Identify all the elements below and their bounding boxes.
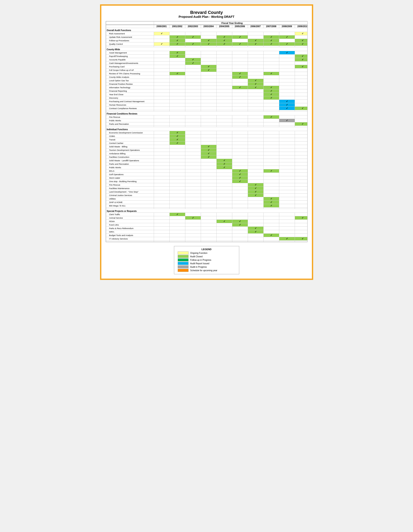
cell-11-4 — [216, 89, 232, 93]
cell-14-2 — [185, 100, 201, 103]
cell-18-6: ✓ — [248, 194, 263, 197]
checkmark: ✓ — [239, 180, 241, 182]
table-row: 800 Mega / E-911✓ — [106, 204, 307, 208]
cell-8-7 — [263, 79, 279, 82]
checkmark: ✓ — [239, 43, 241, 45]
cell-15-3 — [201, 183, 216, 187]
cell-12-3 — [201, 93, 216, 96]
row-label: Purchasing and Contract Management — [106, 100, 154, 103]
cell-7-8 — [279, 155, 295, 159]
cell-0-6 — [248, 213, 263, 216]
table-row: Human Resources✓ — [106, 103, 307, 107]
cell-9-6 — [248, 162, 263, 166]
cell-2-2 — [185, 138, 201, 142]
cell-11-0 — [154, 89, 169, 93]
cell-12-5 — [232, 93, 248, 96]
cell-1-2: ✓ — [185, 216, 201, 220]
cell-2-6 — [248, 58, 263, 61]
cell-2-9 — [295, 220, 307, 223]
year-2007: 2007/2008 — [263, 25, 279, 28]
cell-6-6 — [248, 234, 263, 237]
cell-6-4 — [216, 152, 232, 155]
cell-15-5 — [232, 103, 248, 107]
cell-1-7 — [263, 134, 279, 138]
cell-7-1 — [169, 155, 185, 159]
cell-6-8 — [279, 234, 295, 237]
cell-9-0 — [154, 82, 169, 86]
cell-11-9 — [295, 89, 307, 93]
cell-13-2 — [185, 96, 201, 100]
cell-6-2 — [185, 234, 201, 237]
checkmark: ✓ — [255, 86, 257, 89]
cell-1-5 — [232, 55, 248, 58]
cell-7-5 — [232, 155, 248, 159]
cell-3-4 — [216, 223, 232, 227]
cell-5-2 — [185, 148, 201, 152]
table-row: Local Option Gas Tax✓ — [106, 79, 307, 82]
cell-4-2 — [185, 227, 201, 230]
cell-2-4: ✓ — [216, 39, 232, 42]
cell-12-8 — [279, 173, 295, 176]
cell-13-4 — [216, 96, 232, 100]
cell-2-3 — [201, 58, 216, 61]
cell-18-2 — [185, 194, 201, 197]
cell-0-1: ✓ — [169, 51, 185, 55]
cell-3-2 — [185, 142, 201, 145]
cell-0-2 — [185, 51, 201, 55]
row-label: One stop - Building Permitting — [106, 180, 154, 183]
cell-3-3: ✓ — [201, 42, 216, 46]
legend-row: Audit Closed — [178, 255, 236, 258]
checkmark: ✓ — [302, 32, 304, 35]
cell-15-6 — [248, 103, 263, 107]
checkmark: ✓ — [239, 173, 241, 176]
row-label: Full Scope Follow-up of AP — [106, 68, 154, 72]
checkmark: ✓ — [223, 166, 225, 169]
table-row: Tourism Development Operations✓ — [106, 148, 307, 152]
cell-0-7 — [263, 213, 279, 216]
checkmark: ✓ — [239, 86, 241, 89]
cell-1-0 — [154, 35, 169, 39]
cell-0-2 — [185, 32, 201, 35]
cell-16-7 — [263, 107, 279, 110]
legend-item-label: Ongoing Function — [190, 252, 207, 254]
cell-9-9 — [295, 162, 307, 166]
cell-0-4 — [216, 131, 232, 134]
cell-3-9 — [295, 223, 307, 227]
cell-8-8 — [279, 79, 295, 82]
row-label: Accounts Payable — [106, 58, 154, 61]
cell-1-5: ✓ — [232, 35, 248, 39]
cell-13-6 — [248, 176, 263, 180]
cell-16-2 — [185, 187, 201, 190]
cell-0-8 — [279, 213, 295, 216]
cell-2-5 — [232, 122, 248, 126]
cell-1-6 — [248, 119, 263, 122]
cell-14-7 — [263, 180, 279, 183]
cell-1-2 — [185, 119, 201, 122]
cell-5-5 — [232, 148, 248, 152]
table-row: Central Cashier✓ — [106, 142, 307, 145]
cell-1-9 — [295, 134, 307, 138]
cell-17-2 — [185, 190, 201, 194]
table-row: Asset Management✓✓ — [106, 51, 307, 55]
cell-7-2 — [185, 76, 201, 79]
cell-21-7: ✓ — [263, 204, 279, 208]
cell-18-5 — [232, 194, 248, 197]
table-row: Fire Rescue✓ — [106, 115, 307, 119]
checkmark: ✓ — [208, 152, 210, 155]
cell-0-5 — [232, 115, 248, 119]
cell-15-0 — [154, 183, 169, 187]
cell-13-1 — [169, 176, 185, 180]
cell-4-8 — [279, 227, 295, 230]
table-row: Follow-up Procedures✓✓✓✓✓✓ — [106, 39, 307, 42]
cell-15-3 — [201, 103, 216, 107]
cell-0-5 — [232, 51, 248, 55]
cell-0-2 — [185, 131, 201, 134]
checkmark: ✓ — [223, 43, 225, 45]
cell-6-0 — [154, 234, 169, 237]
checkmark: ✓ — [176, 51, 178, 54]
cell-7-5 — [232, 237, 248, 241]
cell-5-4 — [216, 68, 232, 72]
cell-0-9 — [295, 51, 307, 55]
cell-3-7 — [263, 142, 279, 145]
cell-10-5: ✓ — [232, 86, 248, 89]
